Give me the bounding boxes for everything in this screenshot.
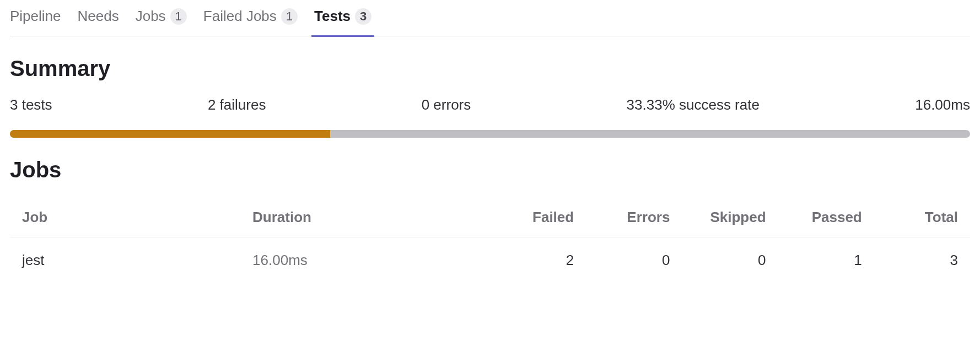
col-skipped: Skipped xyxy=(682,198,778,237)
cell-skipped: 0 xyxy=(682,237,778,275)
cell-errors: 0 xyxy=(586,237,682,275)
tab-label: Pipeline xyxy=(10,8,61,25)
summary-tests: 3 tests xyxy=(10,96,52,113)
jobs-table: Job Duration Failed Errors Skipped Passe… xyxy=(10,198,970,274)
col-errors: Errors xyxy=(586,198,682,237)
table-header-row: Job Duration Failed Errors Skipped Passe… xyxy=(10,198,970,237)
col-duration: Duration xyxy=(240,198,471,237)
tabs-bar: Pipeline Needs Jobs 1 Failed Jobs 1 Test… xyxy=(10,8,970,36)
cell-passed: 1 xyxy=(778,237,874,275)
col-total: Total xyxy=(874,198,970,237)
summary-duration: 16.00ms xyxy=(915,96,970,113)
col-failed: Failed xyxy=(471,198,586,237)
col-job: Job xyxy=(10,198,240,237)
table-row[interactable]: jest 16.00ms 2 0 0 1 3 xyxy=(10,237,970,275)
tab-label: Jobs xyxy=(136,8,166,25)
summary-row: 3 tests 2 failures 0 errors 33.33% succe… xyxy=(10,96,970,113)
cell-duration: 16.00ms xyxy=(240,237,471,275)
cell-total: 3 xyxy=(874,237,970,275)
heading-summary: Summary xyxy=(10,56,970,81)
tab-tests[interactable]: Tests 3 xyxy=(314,8,371,26)
tab-label: Failed Jobs xyxy=(203,8,277,25)
cell-failed: 2 xyxy=(471,237,586,275)
tab-badge: 1 xyxy=(281,8,298,25)
tab-label: Needs xyxy=(78,8,119,25)
tab-needs[interactable]: Needs xyxy=(78,8,119,26)
col-passed: Passed xyxy=(778,198,874,237)
tab-badge: 3 xyxy=(355,8,371,25)
tab-jobs[interactable]: Jobs 1 xyxy=(136,8,187,26)
summary-success-rate: 33.33% success rate xyxy=(627,96,760,113)
heading-jobs: Jobs xyxy=(10,158,970,182)
cell-job: jest xyxy=(10,237,240,275)
tab-badge: 1 xyxy=(170,8,187,25)
summary-errors: 0 errors xyxy=(422,96,471,113)
summary-failures: 2 failures xyxy=(208,96,266,113)
success-progress-bar xyxy=(10,130,970,138)
tab-label: Tests xyxy=(314,8,351,25)
tab-pipeline[interactable]: Pipeline xyxy=(10,8,61,26)
tab-failed-jobs[interactable]: Failed Jobs 1 xyxy=(203,8,298,26)
success-progress-fill xyxy=(10,130,330,138)
